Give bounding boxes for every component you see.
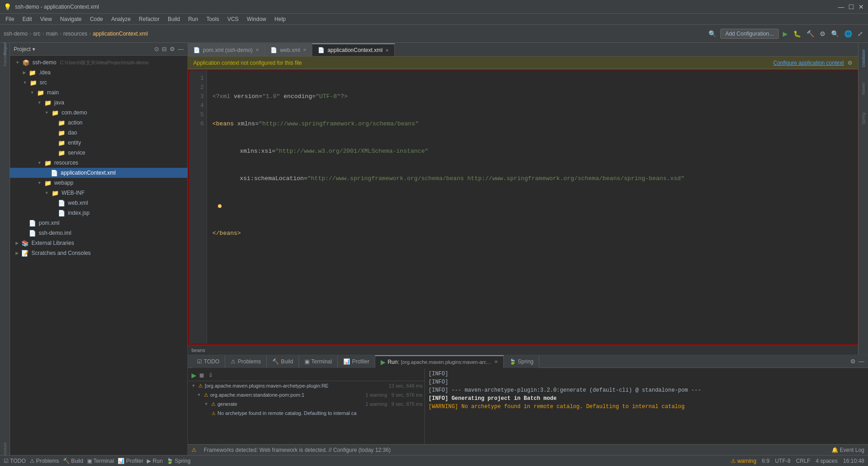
tab-appcontext-close[interactable]: ✕ [385,48,389,53]
tree-item-ssh-demo-iml[interactable]: ▶ 📄 ssh-demo.iml [10,228,187,238]
event-log-label[interactable]: 🔔 Event Log [832,447,864,453]
breadcrumb-main[interactable]: main [46,31,58,37]
debug-button[interactable]: 🐛 [792,29,802,39]
tree-item-action[interactable]: ▶ 📁 action [10,118,187,128]
favorites-icon[interactable]: Favorites [1,54,9,62]
tab-terminal-status[interactable]: ▣ Terminal [87,458,114,464]
breadcrumb-file[interactable]: applicationContext.xml [93,31,148,37]
tree-item-index-jsp[interactable]: ▶ 📄 index.jsp [10,208,187,218]
menu-file[interactable]: File [2,15,18,23]
tab-run-status[interactable]: ▶ Run [147,458,162,464]
maven-tab[interactable]: Maven [859,75,868,102]
menu-analyze[interactable]: Analyze [108,15,134,23]
tree-item-idea[interactable]: ▶ 📁 .idea [10,67,187,78]
menu-view[interactable]: View [36,15,56,23]
tree-item-com-demo[interactable]: ▼ 📁 com.demo [10,108,187,118]
tab-spring-status[interactable]: 🍃 Spring [166,458,191,464]
tab-problems-status[interactable]: ⚠ Problems [30,458,59,464]
tree-item-web-xml[interactable]: ▶ 📄 web.xml [10,198,187,208]
search-icon[interactable]: 🔍 [830,29,840,39]
menu-code[interactable]: Code [86,15,107,23]
menu-window[interactable]: Window [243,15,270,23]
tree-item-pom-xml[interactable]: ▶ 📄 pom.xml [10,218,187,228]
tree-settings-icon[interactable]: ⚙ [170,46,175,52]
tree-item-webapp[interactable]: ▼ 📁 webapp [10,178,187,188]
menu-edit[interactable]: Edit [19,15,36,23]
build-button[interactable]: 🔨 [805,29,816,39]
locate-file-icon[interactable]: ⊙ [154,46,159,52]
configure-app-context-link[interactable]: Configure application context [773,60,844,66]
maximize-button[interactable]: ☐ [848,4,854,10]
menu-vcs[interactable]: VCS [224,15,243,23]
menu-navigate[interactable]: Navigate [57,15,85,23]
app-context-settings-icon[interactable]: ⚙ [847,60,852,66]
bottom-tab-spring[interactable]: 🍃 Spring [504,355,540,368]
run-panel-settings-icon[interactable]: ⚙ [850,358,856,365]
run-tree-item-2[interactable]: ▼ ⚠ org.apache.maven:standalone-pom:pom:… [188,390,424,399]
tab-profiler-status[interactable]: 📊 Profiler [118,458,143,464]
bottom-tab-run[interactable]: ▶ Run: [org.apache.maven.plugins:maven-a… [375,355,503,368]
tree-item-external-libraries[interactable]: ▶ 📚 External Libraries [10,238,187,248]
breadcrumb-project[interactable]: ssh-demo [4,31,28,37]
bottom-tab-todo[interactable]: ☑ TODO [191,355,225,368]
tree-item-service[interactable]: ▶ 📁 service [10,148,187,158]
close-panel-icon[interactable]: — [178,46,184,52]
run-button[interactable]: ▶ [781,29,789,39]
breadcrumb-src[interactable]: src [33,31,41,37]
tab-web-close[interactable]: ✕ [303,47,306,52]
tab-build-status[interactable]: 🔨 Build [63,458,83,464]
close-button[interactable]: ✕ [858,4,864,10]
menu-refactor[interactable]: Refactor [135,15,163,23]
bottom-tab-problems[interactable]: ⚠ Problems [225,355,267,368]
add-configuration-button[interactable]: Add Configuration... [720,29,779,39]
run-panel-minimize-icon[interactable]: — [858,358,864,365]
run-tab-close[interactable]: ✕ [494,359,498,364]
collapse-all-icon[interactable]: ⊟ [162,46,167,52]
minimize-button[interactable]: — [838,4,844,10]
bottom-tab-terminal[interactable]: ▣ Terminal [299,355,338,368]
structure-icon[interactable]: Structure [1,447,9,455]
translate-icon[interactable]: 🌐 [843,29,853,39]
tab-pom-xml[interactable]: 📄 pom.xml (ssh-demo) ✕ [188,43,265,56]
run-restart-icon[interactable]: ▶ [191,372,196,379]
tab-pom-close[interactable]: ✕ [255,47,259,52]
menu-run[interactable]: Run [185,15,202,23]
tree-item-java[interactable]: ▼ 📁 java [10,98,187,108]
menu-build[interactable]: Build [164,15,184,23]
database-tab[interactable]: Database [859,45,868,72]
tab-pom-label: pom.xml (ssh-demo) [203,47,253,53]
menu-tools[interactable]: Tools [203,15,223,23]
tree-item-scratches[interactable]: ▶ 📝 Scratches and Consoles [10,248,187,258]
expand-icon[interactable]: ⤢ [856,29,864,39]
tree-item-applicationcontext[interactable]: ▶ 📄 applicationContext.xml [10,168,187,178]
bottom-tab-profiler[interactable]: 📊 Profiler [338,355,375,368]
run-tree-item-4[interactable]: ⚠ No archetype found in remote catalog. … [188,409,424,418]
spring-tab[interactable]: Spring [859,105,868,132]
settings-icon[interactable]: ⚙ [818,29,827,39]
run-stop-icon[interactable]: ⏹ [198,372,205,379]
run-scroll-icon[interactable]: ⇩ [208,372,213,378]
run-tree-item-3[interactable]: ▼ ⚠ generate 1 warning 9 sec, 875 ms [188,399,424,409]
encoding-label[interactable]: UTF-8 [775,458,790,464]
run-item-label-3: generate [217,401,237,407]
tree-item-ssh-demo[interactable]: ▼ 📦 ssh-demo C:\Users\徐文兴\IdeaProjects\s… [10,57,187,67]
run-tree-item-1[interactable]: ▼ ⚠ [org.apache.maven.plugins:maven-arch… [188,381,424,390]
code-content[interactable]: <?xml version="1.0" encoding="UTF-8" ?> … [207,70,857,344]
tree-item-src[interactable]: ▼ 📁 src [10,78,187,88]
indentation-label[interactable]: 4 spaces [816,458,837,464]
tree-item-main[interactable]: ▼ 📁 main [10,88,187,98]
tree-item-entity[interactable]: ▶ 📁 entity [10,138,187,148]
tab-applicationcontext[interactable]: 📄 applicationContext.xml ✕ [312,43,395,56]
tree-item-dao[interactable]: ▶ 📁 dao [10,128,187,138]
tab-web-xml[interactable]: 📄 web.xml ✕ [265,43,312,56]
line-ending-label[interactable]: CRLF [796,458,810,464]
tree-item-web-inf[interactable]: ▼ 📁 WEB-INF [10,188,187,198]
bottom-tab-build[interactable]: 🔨 Build [267,355,299,368]
tab-todo-status[interactable]: ☑ TODO [4,458,26,464]
menu-help[interactable]: Help [271,15,289,23]
tree-item-resources[interactable]: ▼ 📁 resources [10,158,187,168]
search-everywhere-icon[interactable]: 🔍 [707,29,718,39]
breadcrumb-resources[interactable]: resources [63,31,88,37]
frameworks-warn-icon: ⚠ [191,447,196,453]
code-editor[interactable]: 1 2 3 4 5 6 <?xml version="1.0" encodin [188,69,858,345]
